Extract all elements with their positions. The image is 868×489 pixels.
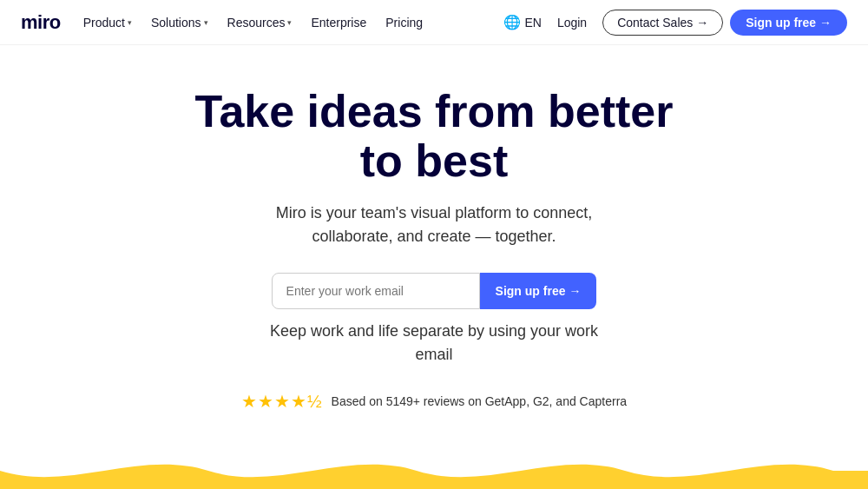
hero-section: Take ideas from better to best Miro is y… xyxy=(0,45,868,438)
hero-headline: Take ideas from better to best xyxy=(174,87,694,186)
contact-sales-button[interactable]: Contact Sales → xyxy=(602,10,723,36)
nav-enterprise[interactable]: Enterprise xyxy=(304,10,373,35)
hero-subtext: Miro is your team's visual platform to c… xyxy=(252,202,616,248)
nav-signup-button[interactable]: Sign up free → xyxy=(730,10,847,36)
nav-pricing[interactable]: Pricing xyxy=(378,10,430,35)
login-button[interactable]: Login xyxy=(549,10,595,35)
signup-form: Sign up free → xyxy=(17,273,851,309)
globe-icon: 🌐 xyxy=(503,14,521,30)
language-selector[interactable]: 🌐 EN xyxy=(503,14,541,30)
hero-signup-button[interactable]: Sign up free → xyxy=(480,273,597,309)
nav-product[interactable]: Product ▾ xyxy=(76,10,139,35)
nav-solutions[interactable]: Solutions ▾ xyxy=(144,10,215,35)
nav-actions: 🌐 EN Login Contact Sales → Sign up free … xyxy=(503,10,847,36)
wave-divider xyxy=(0,445,868,489)
reviews-text: Based on 5149+ reviews on GetApp, G2, an… xyxy=(332,394,628,408)
email-note: Keep work and life separate by using you… xyxy=(252,320,616,367)
email-input[interactable] xyxy=(272,273,480,309)
chevron-down-icon: ▾ xyxy=(128,18,132,27)
navbar: miro Product ▾ Solutions ▾ Resources ▾ E… xyxy=(0,0,868,45)
nav-menu: Product ▾ Solutions ▾ Resources ▾ Enterp… xyxy=(76,10,430,35)
nav-resources[interactable]: Resources ▾ xyxy=(220,10,299,35)
star-rating: ★★★★½ xyxy=(241,391,323,412)
logo[interactable]: miro xyxy=(21,11,61,34)
chevron-down-icon: ▾ xyxy=(287,18,292,27)
chevron-down-icon: ▾ xyxy=(204,18,208,27)
reviews-section: ★★★★½ Based on 5149+ reviews on GetApp, … xyxy=(17,391,851,412)
